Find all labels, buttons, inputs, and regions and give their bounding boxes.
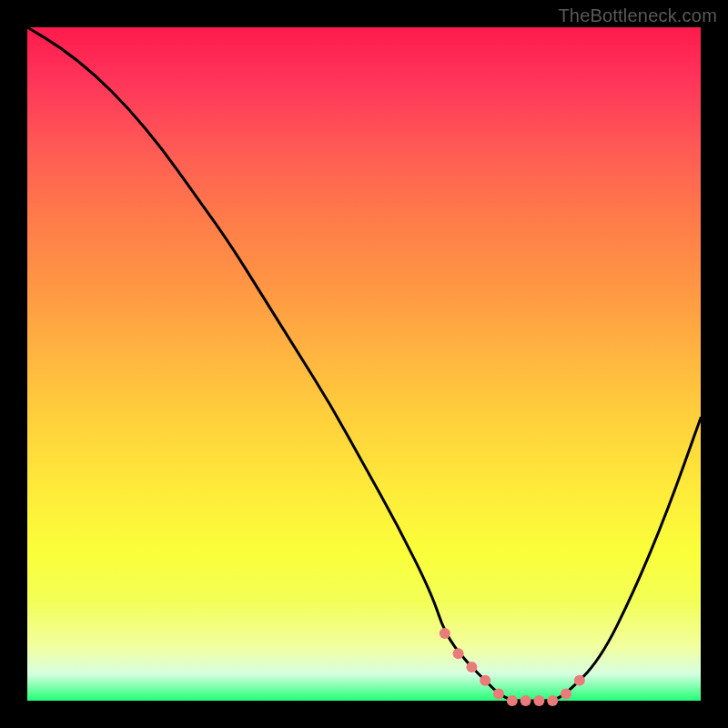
highlight-dot (521, 695, 531, 706)
highlight-dot (547, 695, 558, 706)
chart-svg (27, 27, 701, 701)
highlight-dot (480, 675, 490, 686)
highlight-dot (574, 675, 585, 686)
highlight-dot (561, 689, 571, 700)
highlight-dot (453, 648, 464, 659)
highlight-dots (440, 628, 585, 706)
highlight-dot (466, 662, 477, 672)
highlight-dot (493, 689, 504, 700)
highlight-dot (533, 695, 544, 706)
bottleneck-curve (27, 27, 701, 701)
watermark-text: TheBottleneck.com (558, 5, 717, 26)
chart-frame: TheBottleneck.com (0, 0, 728, 728)
highlight-dot (507, 695, 518, 706)
highlight-dot (440, 628, 450, 639)
plot-area (27, 27, 701, 701)
